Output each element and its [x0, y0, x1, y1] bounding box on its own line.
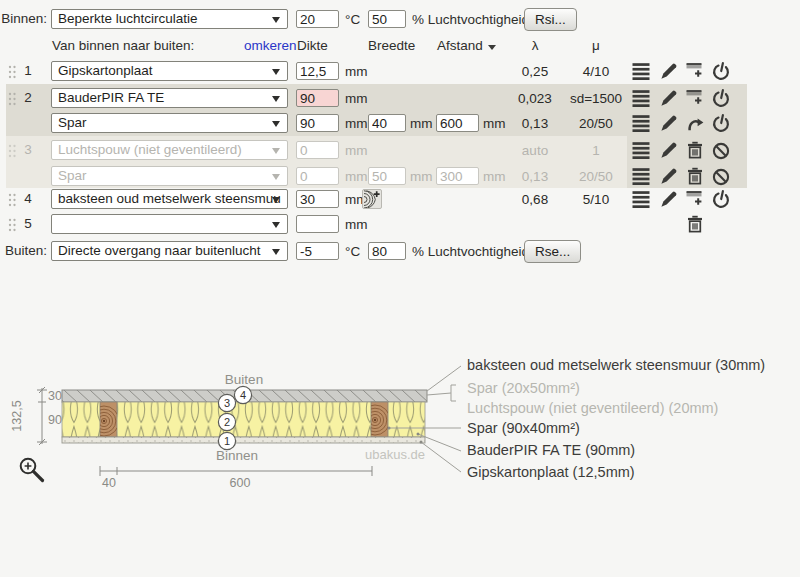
col-mu: μ: [563, 38, 629, 53]
toggle-layer-icon[interactable]: [711, 88, 731, 108]
mm-unit: mm: [345, 217, 368, 232]
celsius-unit: °C: [345, 12, 360, 27]
rse-button[interactable]: Rse...: [524, 240, 581, 263]
mu-value: 20/50: [563, 116, 629, 131]
stud-thickness-input[interactable]: [296, 167, 339, 185]
chevron-down-icon: [272, 249, 280, 255]
block-icon[interactable]: [711, 140, 731, 160]
col-afstand[interactable]: Afstand: [437, 38, 496, 53]
dim-total: 132,5: [10, 400, 24, 431]
delete-trash-icon[interactable]: [685, 214, 705, 234]
toggle-layer-icon[interactable]: [711, 113, 731, 133]
stud-material-select[interactable]: Spar: [51, 166, 288, 186]
inside-condition-select[interactable]: Beperkte luchtcirculatie: [51, 9, 288, 29]
thickness-input-2[interactable]: [296, 89, 339, 107]
edit-pencil-icon[interactable]: [659, 61, 679, 81]
add-studs-icon[interactable]: [362, 189, 382, 209]
mm-unit: mm: [410, 116, 433, 131]
mm-unit: mm: [345, 64, 368, 79]
menu-icon[interactable]: [631, 88, 651, 108]
reverse-link[interactable]: omkeren: [244, 38, 297, 53]
edit-pencil-icon[interactable]: [659, 189, 679, 209]
mu-value: 4/10: [563, 64, 629, 79]
celsius-unit: °C: [345, 244, 360, 259]
legend-item: Spar (20x50mm²): [467, 380, 580, 396]
leader-dot: [388, 427, 391, 430]
material-select-4[interactable]: baksteen oud metselwerk steensmuu: [51, 189, 288, 209]
mu-value: 20/50: [563, 169, 629, 184]
thickness-input-4[interactable]: [296, 190, 339, 208]
drag-handle[interactable]: [7, 91, 17, 107]
chevron-down-icon: [272, 96, 280, 102]
menu-icon[interactable]: [631, 140, 651, 160]
stud-thickness-input[interactable]: [296, 114, 339, 132]
leader-dot: [420, 441, 423, 444]
stud-material-select[interactable]: Spar: [51, 113, 288, 133]
stud-width-input[interactable]: [368, 167, 406, 185]
legend-item: baksteen oud metselwerk steensmuur (30mm…: [467, 357, 765, 373]
chevron-down-icon: [272, 197, 280, 203]
layer-row-2: 2 BauderPIR FA TE mm 0,023 sd=1500: [0, 85, 760, 111]
drag-handle[interactable]: [7, 143, 17, 159]
row-number: 3: [20, 142, 36, 157]
stud-width-input[interactable]: [368, 114, 406, 132]
edit-pencil-icon[interactable]: [659, 166, 679, 186]
delete-trash-icon[interactable]: [685, 166, 705, 186]
thickness-input-3[interactable]: [296, 141, 339, 159]
badge-3: 3: [224, 397, 230, 409]
mu-value: sd=1500: [563, 91, 629, 106]
redo-arrow-icon[interactable]: [685, 113, 705, 133]
inside-temperature-input[interactable]: [296, 10, 339, 28]
humidity-label: % Luchtvochtigheid: [412, 12, 529, 27]
thickness-input-5[interactable]: [296, 215, 339, 233]
material-select-1[interactable]: Gipskartonplaat: [51, 61, 288, 81]
inside-humidity-input[interactable]: [368, 10, 406, 28]
menu-icon[interactable]: [631, 189, 651, 209]
gypsum-layer: [62, 437, 425, 443]
mm-unit: mm: [410, 169, 433, 184]
layer-row-2-stud: Spar mm mm mm 0,13 20/50: [0, 110, 760, 136]
badge-1: 1: [224, 435, 230, 447]
thickness-input-1[interactable]: [296, 62, 339, 80]
outside-temperature-input[interactable]: [296, 242, 339, 260]
menu-icon[interactable]: [631, 113, 651, 133]
legend-item: Spar (90x40mm²): [467, 420, 580, 436]
mu-value: 1: [563, 143, 629, 158]
dim-40: 40: [102, 476, 116, 490]
outside-humidity-input[interactable]: [368, 242, 406, 260]
insert-layer-icon[interactable]: [685, 61, 705, 81]
edit-pencil-icon[interactable]: [659, 113, 679, 133]
menu-icon[interactable]: [631, 166, 651, 186]
outside-condition-value: Directe overgang naar buitenlucht: [58, 243, 261, 258]
rsi-button[interactable]: Rsi...: [524, 8, 577, 31]
toggle-layer-icon[interactable]: [711, 61, 731, 81]
material-select-3[interactable]: Luchtspouw (niet geventileerd): [51, 140, 288, 160]
outside-label: Buiten:: [0, 243, 47, 258]
row-number: 4: [20, 191, 36, 206]
drag-handle[interactable]: [7, 217, 17, 233]
toggle-layer-icon[interactable]: [711, 189, 731, 209]
badge-2: 2: [224, 416, 230, 428]
block-icon[interactable]: [711, 166, 731, 186]
menu-icon[interactable]: [631, 61, 651, 81]
stud-spacing-input[interactable]: [436, 114, 479, 132]
layer-row-5-empty: 5 mm: [0, 211, 760, 237]
zoom-in-icon[interactable]: [21, 459, 43, 481]
material-select-2[interactable]: BauderPIR FA TE: [51, 88, 288, 108]
legend: baksteen oud metselwerk steensmuur (30mm…: [467, 357, 765, 480]
insert-layer-icon[interactable]: [685, 88, 705, 108]
legend-item: BauderPIR FA TE (90mm): [467, 442, 635, 458]
stud-spacing-input[interactable]: [436, 167, 479, 185]
material-select-5[interactable]: [51, 214, 288, 234]
drag-handle[interactable]: [7, 64, 17, 80]
outside-condition-select[interactable]: Directe overgang naar buitenlucht: [51, 241, 288, 261]
insert-layer-icon[interactable]: [685, 189, 705, 209]
direction-label: Van binnen naar buiten:: [52, 38, 194, 53]
edit-pencil-icon[interactable]: [659, 140, 679, 160]
col-lambda: λ: [505, 38, 565, 53]
drag-handle[interactable]: [7, 192, 17, 208]
horizontal-dimension-lines: [100, 466, 372, 476]
lambda-value: 0,68: [505, 192, 565, 207]
delete-trash-icon[interactable]: [685, 140, 705, 160]
edit-pencil-icon[interactable]: [659, 88, 679, 108]
